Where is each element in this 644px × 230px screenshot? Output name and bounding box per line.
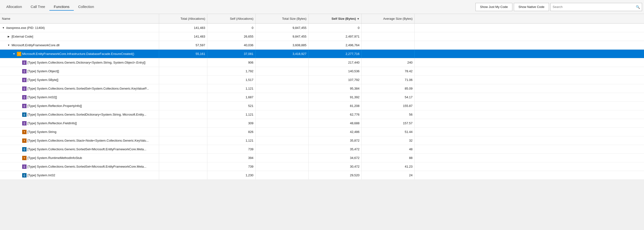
cell-total-alloc (159, 162, 207, 171)
name-text: iisexpress.exe (PID: 11404) (6, 26, 45, 30)
table-row[interactable]: [][Type] System.SByte[]1,517107,79271.06 (0, 76, 644, 84)
cell-self-size: 62,776 (308, 110, 362, 119)
cell-total-size (256, 58, 308, 67)
col-header-avg-size[interactable]: Average Size (Bytes) (362, 14, 415, 23)
table-row[interactable]: [][Type] System.Reflection.PropertyInfo[… (0, 102, 644, 110)
search-icon[interactable]: 🔍 (634, 3, 642, 11)
cell-total-size (256, 93, 308, 101)
cell-name: [][Type] System.Reflection.FieldInfo[] (0, 119, 159, 127)
search-input[interactable] (551, 3, 634, 11)
cell-name: T[Type] System.String (0, 128, 159, 136)
cell-total-size (256, 162, 308, 171)
search-box: 🔍 (550, 3, 642, 11)
cell-name: T[Type] System.Collections.Generic.Stack… (0, 136, 159, 145)
cell-self-size: 2,277,716 (308, 50, 362, 58)
table-row[interactable]: [][Type] System.Collections.Generic.Dict… (0, 58, 644, 67)
cell-total-size (256, 119, 308, 127)
cell-avg-size: 54.17 (362, 93, 415, 101)
cell-self-alloc: 40,036 (207, 41, 256, 49)
table-row[interactable]: T[Type] System.String82642,48651.44 (0, 128, 644, 136)
name-text: [Type] System.Collections.Generic.Stack<… (28, 139, 149, 142)
table-row[interactable]: [][Type] System.Object[]1,792140,53678.4… (0, 67, 644, 76)
table-container: Name Total (Allocations) Self (Allocatio… (0, 14, 644, 230)
tab-functions[interactable]: Functions (50, 3, 74, 10)
table-row[interactable]: T[Type] System.RuntimeMethodInfoStub3943… (0, 154, 644, 162)
tab-allocation[interactable]: Allocation (2, 3, 26, 10)
cell-avg-size: 157.57 (362, 119, 415, 127)
cell-total-alloc: 141,483 (159, 32, 207, 41)
cell-name: ▼iisexpress.exe (PID: 11404) (0, 24, 159, 32)
cell-avg-size: 24 (362, 171, 415, 179)
table-row[interactable]: ▶[External Code]141,48326,6559,847,4552,… (0, 32, 644, 41)
cell-avg-size: 48 (362, 145, 415, 153)
type-icon: T (22, 130, 26, 134)
cell-avg-size: 85.09 (362, 84, 415, 93)
cell-avg-size: 71.06 (362, 76, 415, 84)
cell-name: [][Type] System.Int32[] (0, 93, 159, 101)
table-row[interactable]: {}[Type] System.Collections.Generic.Sort… (0, 145, 644, 154)
cell-total-alloc (159, 102, 207, 110)
tab-collection[interactable]: Collection (74, 3, 98, 10)
cell-self-alloc: 394 (207, 154, 256, 162)
cell-self-size: 95,384 (308, 84, 362, 93)
cell-self-alloc: 1,687 (207, 93, 256, 101)
cell-self-alloc: 1,517 (207, 76, 256, 84)
expander-icon[interactable]: ▼ (7, 43, 10, 47)
col-header-total-alloc[interactable]: Total (Allocations) (159, 14, 207, 23)
cell-total-alloc (159, 58, 207, 67)
col-header-name[interactable]: Name (0, 14, 159, 23)
cell-name: {}[Type] System.Collections.Generic.Sort… (0, 110, 159, 119)
table-row[interactable]: [][Type] System.Reflection.FieldInfo[]30… (0, 119, 644, 128)
name-text: [Type] System.Reflection.PropertyInfo[] (28, 104, 82, 108)
cell-name: [][Type] System.Object[] (0, 67, 159, 75)
col-header-self-size[interactable]: Self Size (Bytes) ▼ (308, 14, 362, 23)
show-just-my-code-button[interactable]: Show Just My Code (476, 3, 512, 11)
cell-self-size: 2,496,764 (308, 41, 362, 49)
cell-avg-size (362, 32, 415, 41)
cell-avg-size: 41.23 (362, 162, 415, 171)
show-native-code-button[interactable]: Show Native Code (514, 3, 549, 11)
cell-self-alloc: 1,230 (207, 171, 256, 179)
cell-total-alloc (159, 154, 207, 162)
table-row[interactable]: ▼!Microsoft.EntityFrameworkCore.Infrastr… (0, 50, 644, 58)
cell-total-size: 3,418,927 (256, 50, 308, 58)
cell-name: {}[Type] System.Int32 (0, 171, 159, 179)
cell-name: ▼Microsoft.EntityFrameworkCore.dll (0, 41, 159, 49)
table-row[interactable]: ▼Microsoft.EntityFrameworkCore.dll57,597… (0, 41, 644, 50)
cell-avg-size (362, 50, 415, 58)
expander-icon[interactable]: ▼ (2, 26, 5, 30)
cell-avg-size (362, 41, 415, 49)
cell-total-size (256, 67, 308, 75)
toolbar: Allocation Call Tree Functions Collectio… (0, 0, 644, 14)
type-icon: [] (22, 165, 26, 169)
cell-self-size: 42,486 (308, 128, 362, 136)
type-icon: ! (17, 52, 21, 56)
cell-self-size: 35,872 (308, 136, 362, 145)
table-row[interactable]: [][Type] System.Int32[]1,68791,39254.17 (0, 93, 644, 102)
cell-avg-size: 155.87 (362, 102, 415, 110)
cell-total-size (256, 102, 308, 110)
type-icon: [] (22, 86, 26, 91)
expander-icon[interactable]: ▼ (12, 52, 16, 56)
table-row[interactable]: ▼iisexpress.exe (PID: 11404)141,48309,84… (0, 24, 644, 32)
cell-self-alloc: 1,121 (207, 84, 256, 93)
name-text: [Type] System.RuntimeMethodInfoStub (28, 156, 82, 160)
col-header-total-size[interactable]: Total Size (Bytes) (256, 14, 308, 23)
cell-total-alloc (159, 93, 207, 101)
col-header-self-alloc[interactable]: Self (Allocations) (207, 14, 256, 23)
table-body[interactable]: ▼iisexpress.exe (PID: 11404)141,48309,84… (0, 24, 644, 230)
cell-self-alloc: 906 (207, 58, 256, 67)
table-row[interactable]: [][Type] System.Collections.Generic.Sort… (0, 84, 644, 93)
expander-icon[interactable]: ▶ (7, 35, 10, 38)
table-row[interactable]: {}[Type] System.Collections.Generic.Sort… (0, 110, 644, 119)
name-text: Microsoft.EntityFrameworkCore.Infrastruc… (22, 52, 134, 56)
cell-self-size: 29,520 (308, 171, 362, 179)
name-text: [Type] System.Reflection.FieldInfo[] (28, 121, 77, 125)
cell-avg-size (362, 24, 415, 32)
cell-self-alloc: 309 (207, 119, 256, 127)
tab-calltree[interactable]: Call Tree (26, 3, 50, 10)
table-row[interactable]: [][Type] System.Collections.Generic.Sort… (0, 162, 644, 171)
table-row[interactable]: T[Type] System.Collections.Generic.Stack… (0, 136, 644, 145)
name-text: [Type] System.Int32 (28, 173, 55, 177)
table-row[interactable]: {}[Type] System.Int321,23029,52024 (0, 171, 644, 180)
